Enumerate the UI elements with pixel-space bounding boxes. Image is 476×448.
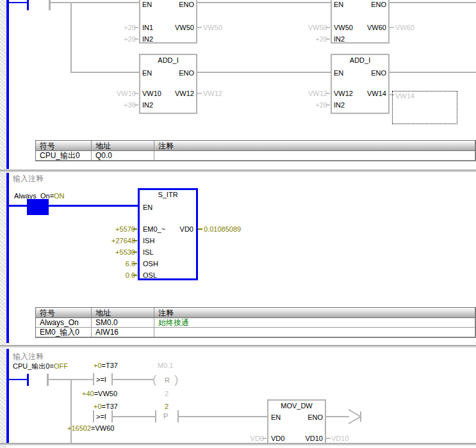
port-label: ENO xyxy=(352,1,386,8)
operand[interactable]: VD10 xyxy=(283,435,323,442)
symbol-table-1: 符号 地址 注释 CPU_输出0 Q0.0 xyxy=(35,140,476,161)
compare-op[interactable]: >=I xyxy=(96,413,106,420)
cell-address[interactable]: SM0.0 xyxy=(92,318,154,328)
status-value: +0 xyxy=(94,403,102,410)
wire-stub xyxy=(197,93,202,94)
status-value: VW60 xyxy=(395,24,414,31)
power-rail xyxy=(6,349,9,443)
cell-comment[interactable] xyxy=(154,328,475,337)
status-value: +20 xyxy=(103,24,136,31)
port-label: IN2 xyxy=(334,35,345,43)
coil-letter[interactable]: R xyxy=(165,376,170,384)
status-value: +20 xyxy=(294,101,327,109)
wire-stub xyxy=(134,27,138,28)
wire-stub xyxy=(133,228,137,230)
cell-symbol[interactable]: EM0_输入0 xyxy=(36,328,92,337)
pulse-letter[interactable]: P xyxy=(163,412,168,420)
network-separator xyxy=(0,443,476,445)
wire-stub xyxy=(134,104,138,106)
table-row[interactable]: Always_On SM0.0 始终接通 xyxy=(36,318,475,328)
col-header-symbol[interactable]: 符号 xyxy=(36,308,92,318)
port-label: EN xyxy=(142,1,152,8)
operand[interactable]: VW60 xyxy=(346,24,386,31)
wire-stub xyxy=(262,438,267,439)
cell-symbol[interactable]: Always_On xyxy=(36,318,92,328)
wire-h xyxy=(70,72,139,73)
table-header-row: 符号 地址 注释 xyxy=(36,141,475,151)
table-row[interactable]: CPU_输出0 Q0.0 xyxy=(36,151,475,161)
contact-symbol: CPU_输出0= xyxy=(13,362,54,370)
wire-stub xyxy=(134,38,138,40)
power-rail xyxy=(6,0,9,169)
cell-symbol[interactable]: CPU_输出0 xyxy=(36,151,92,161)
status-value: +5570 xyxy=(99,225,135,233)
wire-h xyxy=(9,205,27,207)
status-value: +27648 xyxy=(99,237,135,244)
wire-stub xyxy=(390,27,394,28)
status-value: VW50 xyxy=(203,24,222,31)
wire-h xyxy=(113,379,154,380)
compare-top-operand[interactable]: +0=T37 xyxy=(94,403,118,410)
wire-h xyxy=(390,2,476,3)
port-label: ISL xyxy=(143,248,154,256)
status-value: 6.0 xyxy=(99,260,135,268)
operand[interactable]: VD0 xyxy=(160,225,193,233)
compare-bottom-operand[interactable]: +16502=VW60 xyxy=(67,424,114,432)
col-header-comment[interactable]: 注释 xyxy=(154,141,475,151)
wire-h xyxy=(197,2,331,3)
operand[interactable]: VW12 xyxy=(154,90,194,97)
network-comment[interactable]: 输入注释 xyxy=(13,175,44,182)
block-title: ADD_I xyxy=(139,56,197,64)
contact-energized-fill[interactable] xyxy=(29,199,47,215)
col-header-address[interactable]: 地址 xyxy=(92,308,154,318)
status-value: +16502 xyxy=(67,424,91,432)
status-value: +20 xyxy=(294,35,327,43)
operand[interactable]: VW14 xyxy=(346,90,386,97)
block-title: S_ITR xyxy=(138,191,198,198)
contact-leg[interactable] xyxy=(27,0,29,10)
cell-comment[interactable] xyxy=(154,151,475,161)
compare-bottom-operand[interactable]: +40=VW50 xyxy=(82,390,117,397)
wire-stub xyxy=(134,93,138,94)
port-label: EN xyxy=(142,69,152,77)
col-header-comment[interactable]: 注释 xyxy=(154,308,475,318)
network-comment[interactable]: 输入注释 xyxy=(13,353,44,360)
port-label: ENO xyxy=(352,69,386,77)
cell-address[interactable]: AIW16 xyxy=(92,328,154,337)
network-separator xyxy=(0,345,476,348)
table-row[interactable]: EM0_输入0 AIW16 xyxy=(36,328,475,337)
coil-address[interactable]: M0.1 xyxy=(158,362,173,369)
wire-stub xyxy=(326,438,331,439)
contact-leg[interactable] xyxy=(27,374,29,386)
cell-address[interactable]: Q0.0 xyxy=(92,151,154,161)
operand[interactable]: VW50 xyxy=(154,24,194,31)
block-title: ADD_I xyxy=(331,56,390,64)
col-header-address[interactable]: 地址 xyxy=(92,141,154,151)
compare-top-operand[interactable]: +0=T37 xyxy=(94,362,118,369)
wire-h xyxy=(113,416,155,417)
pulse-count: 2 xyxy=(165,403,168,410)
col-header-symbol[interactable]: 符号 xyxy=(36,141,92,151)
cell-comment[interactable]: 始终接通 xyxy=(154,318,475,328)
wire-h xyxy=(326,416,349,417)
symbol-table-2: 符号 地址 注释 Always_On SM0.0 始终接通 EM0_输入0 AI… xyxy=(35,307,476,338)
coil-count: 2 xyxy=(165,390,168,397)
selection-cursor[interactable] xyxy=(392,91,457,124)
wire-h xyxy=(9,379,27,380)
wire-h xyxy=(390,72,476,73)
contact-leg[interactable] xyxy=(93,410,94,422)
status-value: +5530 xyxy=(99,248,135,256)
wire-h xyxy=(49,205,138,207)
contact-leg[interactable] xyxy=(93,373,94,385)
wire-v xyxy=(70,2,72,73)
port-label: EN xyxy=(334,69,343,77)
port-label: IN2 xyxy=(334,101,345,109)
compare-op[interactable]: >=I xyxy=(96,376,106,383)
contact-leg[interactable] xyxy=(155,410,156,422)
status-value: +20 xyxy=(103,35,136,43)
operand: =VW50 xyxy=(94,390,117,397)
contact-label: CPU_输出0=OFF xyxy=(13,362,68,370)
status-value: VW50 xyxy=(294,24,327,31)
status-value: 0.01085089 xyxy=(204,225,241,233)
port-label: EN xyxy=(271,413,281,421)
